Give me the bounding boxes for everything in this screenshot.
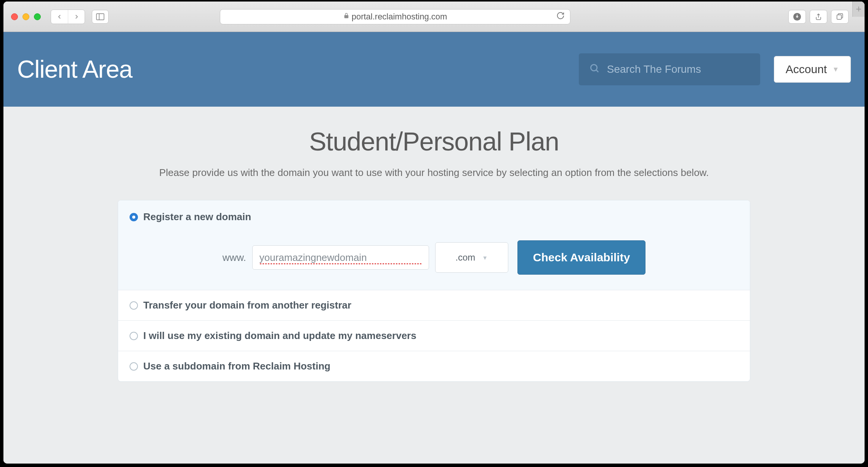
minimize-window-button[interactable] [22,13,29,20]
option-subdomain[interactable]: Use a subdomain from Reclaim Hosting [118,351,750,381]
share-button[interactable] [810,10,827,24]
radio-icon[interactable] [130,332,138,340]
forward-button[interactable] [68,10,85,24]
option-transfer-domain[interactable]: Transfer your domain from another regist… [118,290,750,321]
lock-icon [343,12,349,21]
site-header: Client Area Account ▼ [3,32,865,107]
main-content: Student/Personal Plan Please provide us … [110,107,758,401]
radio-checked-icon[interactable] [130,213,138,221]
reload-button[interactable] [556,11,565,22]
radio-icon[interactable] [130,362,138,371]
search-input[interactable] [607,63,749,75]
option-existing-domain[interactable]: I will use my existing domain and update… [118,321,750,351]
radio-icon[interactable] [130,301,138,310]
page-subtitle: Please provide us with the domain you wa… [118,167,750,179]
maximize-window-button[interactable] [34,13,41,20]
nav-button-group [51,10,85,24]
domain-form: www. .com ▼ Check Availability [130,240,738,275]
search-icon [589,63,600,75]
back-button[interactable] [51,10,68,24]
option-label: Register a new domain [143,211,251,223]
spellcheck-underline [260,263,421,264]
domain-input[interactable] [252,245,429,270]
page-body: Client Area Account ▼ Student/Personal P… [3,32,865,464]
tld-select[interactable]: .com ▼ [435,242,508,273]
check-availability-button[interactable]: Check Availability [517,240,646,275]
svg-rect-3 [837,15,842,19]
page-title: Student/Personal Plan [118,126,750,156]
chevron-down-icon: ▼ [482,254,488,261]
tabs-button[interactable] [831,10,849,24]
downloads-button[interactable] [788,10,806,24]
address-bar[interactable]: portal.reclaimhosting.com [220,9,570,24]
brand-title: Client Area [17,55,132,83]
close-window-button[interactable] [11,13,18,20]
option-register-new-domain[interactable]: Register a new domain www. .com ▼ [118,200,750,290]
window-controls [8,13,41,20]
option-label: Transfer your domain from another regist… [143,299,351,311]
option-label: Use a subdomain from Reclaim Hosting [143,360,330,372]
tld-value: .com [455,252,475,263]
account-label: Account [786,63,827,76]
svg-point-4 [591,65,597,71]
toolbar-right: + [788,10,860,24]
www-prefix: www. [223,252,246,264]
svg-rect-0 [96,13,104,19]
chevron-down-icon: ▼ [832,66,839,74]
sidebar-toggle-button[interactable] [92,10,109,24]
browser-toolbar: portal.reclaimhosting.com + [3,2,865,32]
url-text: portal.reclaimhosting.com [352,12,447,22]
new-tab-button[interactable]: + [852,2,865,17]
browser-window: portal.reclaimhosting.com + Client Area [3,2,865,464]
account-button[interactable]: Account ▼ [774,56,851,83]
svg-line-5 [596,70,598,72]
option-label: I will use my existing domain and update… [143,330,416,342]
domain-options-panel: Register a new domain www. .com ▼ [118,200,750,382]
forum-search[interactable] [579,53,760,85]
